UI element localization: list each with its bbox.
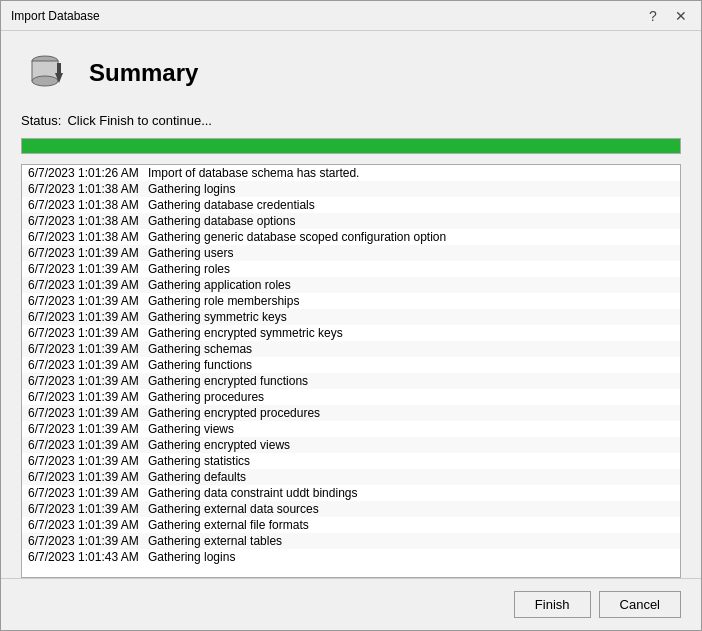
- log-row: 6/7/2023 1:01:39 AMGathering external da…: [22, 501, 680, 517]
- log-message: Gathering roles: [148, 262, 230, 276]
- log-row: 6/7/2023 1:01:38 AMGathering logins: [22, 181, 680, 197]
- title-bar-controls: ? ✕: [643, 6, 691, 26]
- log-row: 6/7/2023 1:01:39 AMGathering schemas: [22, 341, 680, 357]
- log-row: 6/7/2023 1:01:39 AMGathering external ta…: [22, 533, 680, 549]
- log-row: 6/7/2023 1:01:39 AMGathering application…: [22, 277, 680, 293]
- log-message: Gathering external file formats: [148, 518, 309, 532]
- dialog-title: Import Database: [11, 9, 100, 23]
- log-timestamp: 6/7/2023 1:01:39 AM: [28, 486, 148, 500]
- log-area[interactable]: 6/7/2023 1:01:26 AMImport of database sc…: [21, 164, 681, 578]
- header-icon-container: [21, 47, 73, 99]
- log-message: Gathering encrypted procedures: [148, 406, 320, 420]
- status-text: Click Finish to continue...: [67, 113, 212, 128]
- dialog-body: Summary Status: Click Finish to continue…: [1, 31, 701, 578]
- title-bar: Import Database ? ✕: [1, 1, 701, 31]
- log-row: 6/7/2023 1:01:39 AMGathering roles: [22, 261, 680, 277]
- status-row: Status: Click Finish to continue...: [21, 113, 681, 128]
- log-timestamp: 6/7/2023 1:01:39 AM: [28, 342, 148, 356]
- log-timestamp: 6/7/2023 1:01:39 AM: [28, 534, 148, 548]
- log-message: Gathering logins: [148, 550, 235, 564]
- close-button[interactable]: ✕: [671, 6, 691, 26]
- log-row: 6/7/2023 1:01:39 AMGathering defaults: [22, 469, 680, 485]
- log-row: 6/7/2023 1:01:39 AMGathering statistics: [22, 453, 680, 469]
- svg-rect-4: [57, 63, 61, 75]
- log-timestamp: 6/7/2023 1:01:39 AM: [28, 406, 148, 420]
- log-message: Gathering users: [148, 246, 233, 260]
- progress-bar-fill: [22, 139, 680, 153]
- log-message: Gathering statistics: [148, 454, 250, 468]
- log-row: 6/7/2023 1:01:43 AMGathering logins: [22, 549, 680, 565]
- log-row: 6/7/2023 1:01:39 AMGathering procedures: [22, 389, 680, 405]
- log-timestamp: 6/7/2023 1:01:39 AM: [28, 454, 148, 468]
- log-message: Gathering logins: [148, 182, 235, 196]
- log-row: 6/7/2023 1:01:39 AMGathering users: [22, 245, 680, 261]
- log-message: Gathering encrypted functions: [148, 374, 308, 388]
- log-row: 6/7/2023 1:01:39 AMGathering encrypted v…: [22, 437, 680, 453]
- log-row: 6/7/2023 1:01:39 AMGathering views: [22, 421, 680, 437]
- log-timestamp: 6/7/2023 1:01:39 AM: [28, 294, 148, 308]
- header-section: Summary: [21, 47, 681, 99]
- log-timestamp: 6/7/2023 1:01:38 AM: [28, 198, 148, 212]
- log-row: 6/7/2023 1:01:39 AMGathering symmetric k…: [22, 309, 680, 325]
- log-message: Gathering views: [148, 422, 234, 436]
- log-message: Gathering application roles: [148, 278, 291, 292]
- log-message: Gathering symmetric keys: [148, 310, 287, 324]
- finish-button[interactable]: Finish: [514, 591, 591, 618]
- log-row: 6/7/2023 1:01:39 AMGathering data constr…: [22, 485, 680, 501]
- dialog-footer: Finish Cancel: [1, 578, 701, 630]
- log-row: 6/7/2023 1:01:39 AMGathering role member…: [22, 293, 680, 309]
- log-row: 6/7/2023 1:01:39 AMGathering encrypted f…: [22, 373, 680, 389]
- log-message: Gathering external tables: [148, 534, 282, 548]
- log-timestamp: 6/7/2023 1:01:39 AM: [28, 470, 148, 484]
- log-timestamp: 6/7/2023 1:01:39 AM: [28, 246, 148, 260]
- log-timestamp: 6/7/2023 1:01:38 AM: [28, 214, 148, 228]
- import-database-icon: [23, 49, 71, 97]
- status-label: Status:: [21, 113, 61, 128]
- log-row: 6/7/2023 1:01:38 AMGathering generic dat…: [22, 229, 680, 245]
- log-timestamp: 6/7/2023 1:01:39 AM: [28, 518, 148, 532]
- log-message: Gathering functions: [148, 358, 252, 372]
- log-message: Gathering defaults: [148, 470, 246, 484]
- help-button[interactable]: ?: [643, 6, 663, 26]
- cancel-button[interactable]: Cancel: [599, 591, 681, 618]
- log-message: Gathering data constraint uddt bindings: [148, 486, 357, 500]
- dialog-window: Import Database ? ✕ Summary: [0, 0, 702, 631]
- log-message: Gathering role memberships: [148, 294, 299, 308]
- page-title: Summary: [89, 59, 198, 87]
- log-timestamp: 6/7/2023 1:01:39 AM: [28, 422, 148, 436]
- log-row: 6/7/2023 1:01:38 AMGathering database op…: [22, 213, 680, 229]
- log-timestamp: 6/7/2023 1:01:38 AM: [28, 182, 148, 196]
- log-timestamp: 6/7/2023 1:01:43 AM: [28, 550, 148, 564]
- log-timestamp: 6/7/2023 1:01:26 AM: [28, 166, 148, 180]
- log-message: Gathering encrypted views: [148, 438, 290, 452]
- log-message: Gathering external data sources: [148, 502, 319, 516]
- log-row: 6/7/2023 1:01:39 AMGathering functions: [22, 357, 680, 373]
- log-row: 6/7/2023 1:01:39 AMGathering external fi…: [22, 517, 680, 533]
- log-timestamp: 6/7/2023 1:01:39 AM: [28, 278, 148, 292]
- log-message: Gathering database options: [148, 214, 295, 228]
- log-row: 6/7/2023 1:01:39 AMGathering encrypted p…: [22, 405, 680, 421]
- log-timestamp: 6/7/2023 1:01:38 AM: [28, 230, 148, 244]
- log-message: Gathering encrypted symmetric keys: [148, 326, 343, 340]
- log-timestamp: 6/7/2023 1:01:39 AM: [28, 390, 148, 404]
- log-message: Import of database schema has started.: [148, 166, 359, 180]
- log-message: Gathering schemas: [148, 342, 252, 356]
- progress-bar-container: [21, 138, 681, 154]
- svg-point-2: [32, 76, 58, 86]
- log-timestamp: 6/7/2023 1:01:39 AM: [28, 310, 148, 324]
- log-timestamp: 6/7/2023 1:01:39 AM: [28, 326, 148, 340]
- log-message: Gathering generic database scoped config…: [148, 230, 446, 244]
- log-message: Gathering procedures: [148, 390, 264, 404]
- log-message: Gathering database credentials: [148, 198, 315, 212]
- log-row: 6/7/2023 1:01:38 AMGathering database cr…: [22, 197, 680, 213]
- log-row: 6/7/2023 1:01:39 AMGathering encrypted s…: [22, 325, 680, 341]
- log-timestamp: 6/7/2023 1:01:39 AM: [28, 374, 148, 388]
- log-timestamp: 6/7/2023 1:01:39 AM: [28, 438, 148, 452]
- log-timestamp: 6/7/2023 1:01:39 AM: [28, 262, 148, 276]
- log-timestamp: 6/7/2023 1:01:39 AM: [28, 502, 148, 516]
- log-row: 6/7/2023 1:01:26 AMImport of database sc…: [22, 165, 680, 181]
- log-timestamp: 6/7/2023 1:01:39 AM: [28, 358, 148, 372]
